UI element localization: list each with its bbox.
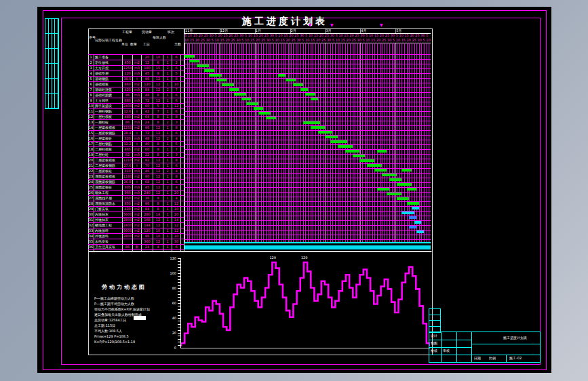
task-cell: 12 bbox=[153, 98, 163, 103]
task-cell: 12.6 bbox=[123, 109, 133, 114]
gantt-bar bbox=[338, 145, 353, 148]
month-label: 2月 bbox=[290, 28, 326, 33]
labor-xaxis bbox=[180, 348, 430, 348]
task-cell: 84 bbox=[142, 207, 153, 212]
task-cell: 1 bbox=[163, 223, 172, 228]
task-cell: 门窗安装 bbox=[94, 207, 123, 212]
gantt-bar bbox=[353, 155, 365, 157]
task-cell: m2 bbox=[133, 82, 142, 87]
task-cell: 屋面找平层 bbox=[94, 196, 123, 201]
task-cell: 28.4 bbox=[123, 131, 133, 136]
yaxis-label: 40 bbox=[164, 316, 176, 320]
task-cell: 4 bbox=[88, 71, 94, 76]
gantt-bar bbox=[387, 193, 401, 195]
task-cell: 10 bbox=[172, 207, 181, 212]
task-cell: m3 bbox=[133, 153, 142, 157]
task-cell: 84 bbox=[142, 87, 153, 92]
task-cell: 40 bbox=[142, 142, 153, 146]
task-cell: 10 bbox=[88, 104, 94, 108]
task-cell: 60 bbox=[142, 147, 153, 152]
task-cell: 168 bbox=[142, 218, 153, 222]
task-row: 21二层梁板钢筋27.6t701216 bbox=[88, 163, 184, 169]
milestone-marker-icon: ▼ bbox=[330, 23, 334, 27]
task-cell: 二层柱模板 bbox=[94, 147, 123, 152]
task-cell: 26 bbox=[88, 190, 94, 195]
task-table: 序号 分部分项工程名称 工程量 单位 数量 劳动量 工日 每班人数 班次 天数 … bbox=[88, 28, 184, 251]
task-cell: 96 bbox=[142, 125, 153, 130]
signoff-cell bbox=[55, 94, 58, 108]
task-cell: 6 bbox=[172, 98, 181, 103]
gantt-bar bbox=[293, 83, 303, 86]
task-row: 6基础模板860m212012110 bbox=[88, 82, 184, 87]
yaxis-label: 100 bbox=[164, 271, 176, 275]
task-cell: 1 bbox=[163, 71, 172, 76]
task-row: 26砌体工程960m324012120 bbox=[88, 190, 184, 196]
task-cell: t bbox=[133, 77, 142, 81]
task-cell: 7 bbox=[153, 109, 163, 114]
task-cell: 2 bbox=[163, 169, 172, 174]
task-cell: 22 bbox=[142, 153, 153, 157]
task-cell: 64 bbox=[142, 115, 153, 119]
month-label: 4月 bbox=[360, 28, 395, 33]
task-row: 35水电安装36012130 bbox=[88, 239, 184, 245]
task-row: 9土方回填680m3721216 bbox=[88, 98, 184, 104]
task-cell: 96 bbox=[142, 201, 153, 206]
task-cell: m3 bbox=[133, 136, 142, 141]
titleblock-role-check: 校核 bbox=[431, 348, 437, 353]
task-cell: m2 bbox=[133, 125, 142, 130]
task-cell: 8 bbox=[153, 207, 163, 212]
task-cell: 12 bbox=[172, 104, 181, 108]
gantt-bar bbox=[241, 98, 252, 100]
task-cell: 7 bbox=[172, 147, 181, 152]
task-row: 30内墙抹灰5600m228014120 bbox=[88, 212, 184, 218]
task-cell: 12 bbox=[153, 174, 163, 179]
task-cell: 20 bbox=[172, 212, 181, 217]
task-cell: 12.2 bbox=[123, 142, 133, 146]
task-cell: 3 bbox=[172, 120, 181, 125]
task-cell: 12 bbox=[153, 125, 163, 130]
task-cell: 2400 bbox=[123, 223, 133, 228]
task-cell: 12 bbox=[153, 131, 163, 136]
task-cell: 96 bbox=[123, 93, 133, 98]
task-cell: 3 bbox=[172, 153, 181, 157]
task-cell: m2 bbox=[133, 147, 142, 152]
task-cell: 20 bbox=[88, 158, 94, 163]
task-cell: 4 bbox=[172, 196, 181, 201]
task-cell: 70 bbox=[142, 163, 153, 168]
task-cell: 6 bbox=[172, 180, 181, 184]
task-cell: 450 bbox=[123, 60, 133, 65]
gantt-bar bbox=[407, 202, 419, 205]
task-cell: 27 bbox=[88, 196, 94, 201]
task-cell: 4 bbox=[172, 169, 181, 174]
task-cell: 90 bbox=[142, 174, 153, 179]
task-cell: 12 bbox=[153, 82, 163, 87]
milestone-marker-icon: ▼ bbox=[309, 23, 312, 27]
task-cell: 12 bbox=[153, 87, 163, 92]
gantt-bar bbox=[382, 174, 397, 176]
task-row: 8基础砖胎膜96m348816 bbox=[88, 93, 184, 98]
task-cell: 144 bbox=[142, 223, 153, 228]
task-cell: m2 bbox=[133, 212, 142, 217]
task-rows: 1施工准备2010162定位放线450m2126123土方开挖1250m3180… bbox=[88, 55, 184, 251]
task-cell: 6 bbox=[172, 131, 181, 136]
gantt-bar bbox=[407, 188, 417, 190]
task-cell: 卫生洁具安装 bbox=[94, 245, 123, 249]
task-cell: 34 bbox=[88, 234, 94, 239]
labor-step-curve bbox=[181, 258, 430, 348]
task-cell: 12 bbox=[153, 185, 163, 190]
gantt-summary-line bbox=[184, 242, 431, 243]
task-cell: 1 bbox=[163, 190, 172, 195]
task-cell: 1 bbox=[163, 239, 172, 244]
gantt-bar bbox=[209, 74, 221, 77]
gantt-bar bbox=[216, 79, 227, 81]
yaxis-label: 0 bbox=[164, 346, 176, 350]
titleblock-line bbox=[506, 355, 507, 362]
task-cell: 12 bbox=[153, 180, 163, 184]
task-cell: 9 bbox=[153, 196, 163, 201]
task-cell: 12 bbox=[153, 218, 163, 222]
task-cell: 1 bbox=[163, 212, 172, 217]
task-cell: 48 bbox=[142, 93, 153, 98]
task-cell: 8 bbox=[153, 115, 163, 119]
task-row: 34外墙涂料2800m29610110 bbox=[88, 234, 184, 239]
gantt-bar bbox=[377, 188, 389, 190]
